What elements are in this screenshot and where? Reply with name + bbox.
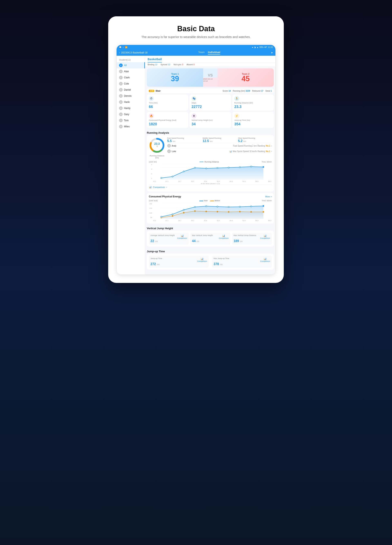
tab-team[interactable]: Team — [198, 51, 205, 55]
wifi-status-icon: ◑ — [254, 46, 256, 48]
jump-time-icon: ⚡ — [234, 113, 239, 118]
mvp-stats: Score 14 Running (km) 3239 Rebound 17 St… — [223, 90, 272, 92]
player-row-luke: L Luke 📊 Max Sprint Speed 32 km/h Rankin… — [167, 149, 272, 154]
max-dist-comparison: 📊 Comparison — [260, 234, 270, 239]
slow-speed-item: Slow Speed Running 5.2 km — [238, 137, 272, 143]
avatar-gary: G — [119, 112, 123, 116]
jumptime-value-row-1: 272 ms — [150, 262, 207, 266]
dist-comparison-label[interactable]: Comparison — [260, 237, 270, 239]
luke-stat: Max Sprint Speed 32 km/h — [233, 150, 257, 153]
jumptime-comparison-label-1[interactable]: Comparison — [197, 260, 207, 262]
sidebar-item-hank[interactable]: H Hank — [117, 99, 145, 105]
chart-wrapper: 4 3 2 1 — [149, 163, 272, 182]
jumptime-bar-icon-1: 📊 — [200, 257, 204, 260]
sidebar-label-miles: Miles — [124, 125, 130, 128]
share-icon[interactable]: ➤ — [271, 51, 273, 54]
jumptime-comparison-label-2[interactable]: Comparison — [260, 260, 270, 262]
main-content: Student(12) A All A Alan C Clark C Cole — [117, 56, 275, 274]
comparison-label: Comparison — [153, 186, 165, 188]
andy-chevron-icon[interactable]: › — [271, 145, 272, 147]
nav-left[interactable]: ‹ 20230413 Basketball-18 — [119, 51, 147, 54]
energy-title: Consumed Physical Energy — [149, 195, 181, 198]
notsync-label: Not sync — [174, 63, 181, 66]
stat-card-steps: 👣 Steps 22772 — [189, 94, 231, 111]
more-link[interactable]: More > — [265, 196, 272, 198]
binding-item-notsync: Not sync 0 — [174, 63, 183, 66]
x-label-1: 13.1 — [165, 180, 169, 182]
sidebar-item-daniel[interactable]: D Daniel — [117, 87, 145, 93]
tab-individual[interactable]: Individual — [208, 51, 220, 55]
avg-comparison-label[interactable]: Comparison — [177, 237, 187, 239]
energy-svg-container: 6.6 12.1 19.7 26.2 32.8 39.3 46.9 53.4 5… — [153, 203, 272, 222]
sidebar-item-clark[interactable]: C Clark — [117, 74, 145, 81]
battery-icon: ▲ — [257, 46, 259, 48]
x-label-2: 19.7 — [178, 180, 181, 182]
music-icon: ♪ — [123, 46, 124, 48]
avg-jump-unit: cm — [155, 240, 158, 242]
svg-point-9 — [161, 177, 162, 179]
sidebar-item-hardy[interactable]: H Hardy — [117, 105, 145, 111]
back-icon[interactable]: ‹ — [119, 51, 120, 54]
middle-speed-item: Middle Speed Running 12.5 km — [203, 137, 236, 143]
vs-section: VS 2023-04-13 13:10 — [203, 68, 218, 87]
andy-ranking: No.1 — [266, 145, 270, 147]
donut-container: 23.3 🚶 Running Distance (km) — [149, 137, 165, 159]
max-dist-label: Max Vertical Jump Distance — [234, 234, 256, 236]
chart-icon-small: 📊 — [149, 186, 152, 188]
max-dist-value: 189 — [234, 239, 239, 243]
legend-dot-orange — [210, 201, 214, 201]
battery-percent: 99% — [260, 46, 264, 48]
slow-speed-value: 5.2 — [238, 139, 243, 143]
mvp-steal-label: Steal 1 — [265, 90, 272, 92]
sidebar-item-gary[interactable]: G Gary — [117, 111, 145, 117]
jumptime-header-1: Jump-up Time 📊 Comparison — [150, 257, 207, 262]
sidebar-item-miles[interactable]: M Miles — [117, 124, 145, 130]
comparison-row[interactable]: 📊 Comparison › — [149, 185, 272, 189]
svg-point-18 — [263, 166, 264, 167]
page-title: Basic Data — [112, 25, 280, 33]
luke-chevron-icon[interactable]: › — [271, 150, 272, 153]
content-tab-basketball[interactable]: Basketball — [148, 58, 162, 62]
jumptime-comparison-2: 📊 Comparison — [260, 257, 270, 262]
fast-speed-item: Fast Speed Running 5.5 km — [167, 137, 201, 143]
binding-label: Binding — [148, 63, 154, 66]
sidebar-item-dennis[interactable]: D Dennis — [117, 93, 145, 99]
stat-label-energy: Consumed Physical Energy (kcal) — [149, 119, 186, 121]
stat-label-time: Time (min) — [149, 102, 186, 104]
svg-point-15 — [228, 167, 229, 168]
mvp-score-value: 14 — [229, 90, 231, 92]
ex-1: 12.1 — [165, 220, 169, 222]
fast-speed-label: Fast Speed Running — [167, 137, 201, 139]
chart-time-label: Time: 66min — [262, 161, 272, 163]
jumptime-bar-icon-2: 📊 — [264, 257, 267, 260]
x-label-7: 52.4 — [242, 180, 246, 182]
avatar-dennis: D — [119, 94, 123, 98]
vs-text: VS — [208, 73, 213, 78]
svg-point-41 — [250, 206, 252, 207]
max-jump-header: Max Vertical Jump Height 📊 Comparison — [192, 234, 229, 239]
ex-4: 32.8 — [204, 220, 207, 222]
absent-label: Absent — [187, 63, 193, 66]
phone-mockup: 💬 ♪ 📶 ● ◑ ▲ 99% AP 11:02 ‹ 20230413 Bask… — [116, 45, 276, 275]
speed-row: Fast Speed Running 5.5 km Middle Speed R… — [167, 137, 272, 143]
nav-title: 20230413 Basketball-18 — [121, 51, 147, 54]
jumptime-value-2: 378 — [214, 262, 219, 266]
mvp-row: MVP Blair Score 14 Running (km) 3239 Reb… — [147, 88, 274, 93]
sidebar-label-all: All — [124, 64, 127, 67]
sidebar-item-alan[interactable]: A Alan — [117, 68, 145, 74]
stat-value-energy: 1820 — [149, 122, 186, 126]
jumptime-unit-2: ms — [220, 263, 223, 266]
svg-point-34 — [172, 214, 173, 215]
x-label-5: 39.3 — [217, 180, 220, 182]
energy-icon: 🔥 — [149, 113, 154, 118]
max-comparison-label[interactable]: Comparison — [219, 237, 229, 239]
mvp-rebound-value: 17 — [261, 90, 263, 92]
sidebar-item-tom[interactable]: T Tom — [117, 117, 145, 124]
sidebar-item-cole[interactable]: C Cole — [117, 81, 145, 87]
dist-bar-chart-icon: 📊 — [264, 234, 267, 237]
sidebar-item-all[interactable]: A All — [117, 62, 145, 68]
team1-score: 39 — [171, 75, 179, 82]
time-display: 11:02 — [268, 46, 273, 48]
avatar-andy: A — [167, 144, 171, 148]
svg-point-16 — [239, 167, 241, 168]
